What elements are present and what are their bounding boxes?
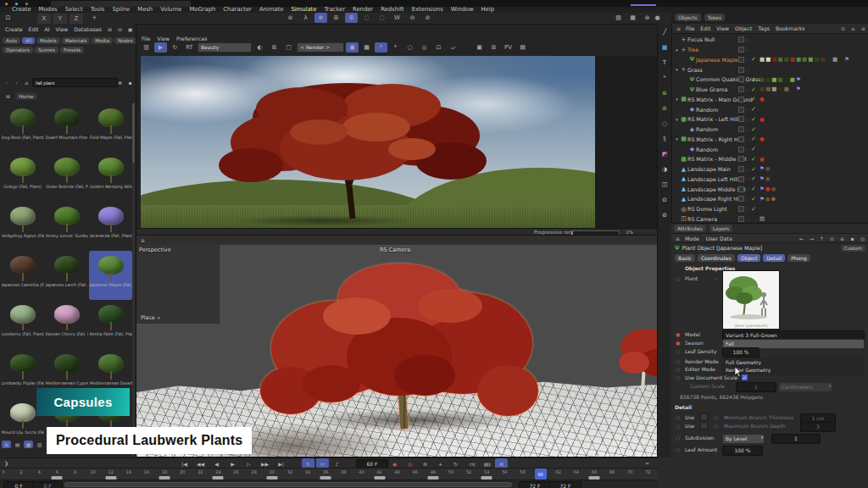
enabled-check[interactable]: ✓ (751, 106, 756, 113)
om-header-icon[interactable]: ≡ (859, 25, 868, 32)
simulate-toolbar-icon[interactable]: ◌ (376, 13, 388, 23)
render-view-icon[interactable]: ▦ (360, 42, 373, 53)
visibility-dots[interactable]: :: (746, 176, 750, 181)
palette-tool-icon[interactable]: * (659, 73, 671, 83)
object-label[interactable]: Landscape Left Hill (687, 176, 738, 182)
enabled-check[interactable]: ✓ (751, 175, 756, 182)
visibility-dots[interactable]: :: (746, 216, 750, 221)
expander-icon[interactable]: ▾ (674, 117, 680, 122)
menu-item[interactable]: Render (353, 7, 373, 13)
enabled-check[interactable]: ✓ (751, 186, 756, 192)
enabled-check[interactable]: ✓ (751, 86, 756, 93)
filter-tab[interactable]: Auto (3, 37, 20, 44)
object-tag[interactable]: ■ (784, 77, 789, 83)
plant-preview[interactable]: (Acer palmatum) (722, 270, 780, 330)
expander-icon[interactable]: ▾ (674, 47, 680, 53)
object-tag[interactable]: ■ (771, 86, 776, 92)
simulate-toolbar-icon[interactable]: ⊖ (406, 13, 419, 23)
attr-menu-item[interactable]: User Data (706, 236, 732, 241)
keyframe-dot[interactable]: ● (676, 340, 680, 346)
attr-header-icon[interactable]: ▪ (848, 235, 857, 242)
visibility-dots[interactable]: :: (746, 77, 750, 82)
snapshot-icon[interactable]: ⊞ (487, 42, 500, 53)
visibility-dots[interactable]: :: (746, 37, 750, 42)
expander-icon[interactable]: ▾ (674, 97, 680, 102)
panel-tab[interactable]: Takes (704, 14, 725, 21)
object-tag[interactable]: ■ (771, 57, 776, 63)
layer-checkbox[interactable] (738, 166, 744, 172)
object-tag[interactable]: ⚑ (796, 86, 801, 92)
grid-view-icon[interactable]: ⊞ (3, 92, 13, 100)
render-view-icon[interactable]: * (375, 42, 387, 53)
object-tag[interactable]: ■ (765, 77, 771, 83)
object-row[interactable]: ▾ + Grass :: (674, 64, 868, 75)
object-label[interactable]: Landscape Main (687, 166, 731, 172)
plant-asset-tile[interactable]: Juneberry (Fall, Plant) (1, 300, 44, 349)
object-label[interactable]: Random (696, 147, 718, 152)
attr-section-tab[interactable]: Object (737, 254, 761, 262)
object-tag[interactable]: ● (760, 157, 765, 163)
palette-tool-icon[interactable]: ■ (659, 42, 671, 53)
use-max-checkbox[interactable] (700, 422, 708, 430)
visibility-dots[interactable]: :: (746, 67, 750, 72)
object-label[interactable]: RS Dome Light (687, 206, 727, 212)
object-row[interactable]: ▲ Landscape Right Hill :: ✓ ⚑●⊗ (674, 194, 868, 204)
render-view-menu-item[interactable]: File (142, 36, 150, 42)
object-row[interactable]: Ψ Blue Grama :: ✓ ■■■■■■⚑ (674, 85, 868, 95)
render-view-icon[interactable]: ▥ (140, 42, 153, 53)
filter-tab[interactable]: All (22, 37, 35, 44)
enabled-check[interactable]: ✓ (751, 76, 756, 83)
simulate-toolbar-icon[interactable]: ⊚ (284, 13, 297, 23)
timeline-ruler[interactable]: 0246810121416182022242628303234363840424… (0, 468, 658, 480)
attr-panel-tab[interactable]: Attributes (674, 225, 706, 232)
enabled-check[interactable]: ✓ (751, 156, 756, 163)
camera-label[interactable]: RS Camera (380, 247, 410, 253)
object-row[interactable]: ▲ Landscape Main :: ✓ ⚑● (674, 164, 868, 175)
visibility-dots[interactable]: :: (746, 107, 750, 112)
menu-item[interactable]: Tools (91, 7, 105, 13)
attr-header-icon[interactable]: → (807, 235, 816, 242)
search-option-icon[interactable]: ⊗ (115, 79, 125, 86)
object-tag[interactable]: ■ (832, 57, 837, 63)
plant-asset-tile[interactable]: Dog-Rose (Fall, Plant) (1, 103, 44, 152)
layer-checkbox[interactable] (738, 57, 744, 63)
object-label[interactable]: Tree (687, 47, 698, 53)
object-tag[interactable]: ⚑ (760, 176, 765, 182)
plant-asset-tile[interactable]: Kanzan Cherry (Fall, Pl... (45, 300, 88, 349)
plant-asset-tile[interactable]: Dwarf Mountain Pine (... (45, 103, 88, 152)
om-header-icon[interactable]: ⊙ (838, 25, 848, 32)
plant-asset-tile[interactable]: Field Maple (Fall, Plant) (89, 103, 132, 152)
enabled-check[interactable]: ✓ (751, 136, 756, 142)
visibility-dots[interactable]: :: (746, 97, 750, 102)
object-tag[interactable]: ■ (826, 57, 832, 63)
custom-button[interactable]: Custom (841, 245, 865, 252)
object-tag[interactable]: ■ (790, 77, 795, 83)
layer-checkbox[interactable] (738, 206, 744, 212)
object-label[interactable]: RS Matrix - Middle Hill (687, 156, 746, 162)
menu-item[interactable]: Help (481, 7, 495, 13)
panel-window-icon[interactable]: ⊟ (115, 25, 125, 33)
visibility-dots[interactable]: :: (746, 127, 750, 132)
anim-dot[interactable]: ○ (676, 423, 680, 429)
palette-tool-icon[interactable]: ⊛ (659, 88, 671, 98)
render-view-menu-item[interactable]: Preferences (176, 36, 207, 42)
menu-item[interactable]: Extensions (412, 7, 443, 13)
layer-checkbox[interactable] (738, 36, 744, 42)
object-tag[interactable]: ■ (765, 86, 771, 92)
object-tag[interactable]: ● (760, 136, 765, 142)
palette-tool-icon[interactable]: ⊚ (659, 103, 671, 114)
layout-tab-indicator[interactable] (631, 4, 656, 6)
filter-tab[interactable]: Operators (3, 47, 33, 53)
enabled-check[interactable]: ✓ (751, 166, 756, 173)
layer-checkbox[interactable] (738, 97, 744, 103)
visibility-dots[interactable]: :: (746, 207, 750, 212)
object-tag[interactable]: ⚑ (796, 77, 801, 83)
object-tag[interactable]: ■ (760, 86, 765, 92)
menu-item[interactable]: Volume (160, 7, 181, 13)
visibility-dots[interactable]: :: (746, 197, 750, 202)
attr-section-tab[interactable]: Phong (787, 254, 810, 262)
keyframe-dot[interactable]: ● (676, 331, 680, 337)
render-view-icon[interactable]: ⊡ (432, 42, 445, 53)
enabled-check[interactable]: ✓ (751, 146, 756, 152)
object-tag[interactable]: ■ (808, 57, 813, 63)
